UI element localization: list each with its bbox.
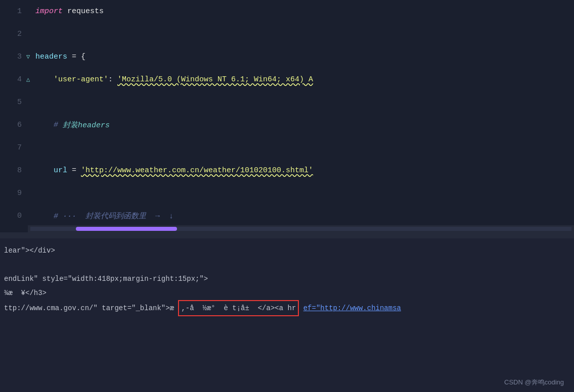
scrollbar-thumb[interactable] — [76, 227, 177, 231]
line-num-9: 9 — [0, 182, 22, 205]
html-view: lear"></div> endLink" style="width:418px… — [0, 238, 574, 392]
code-line-9 — [35, 182, 574, 205]
code-line-8: url = 'http://www.weather.com.cn/weather… — [35, 159, 574, 182]
html-line-2 — [4, 258, 574, 272]
partial-comment: # ··· 封装代码到函数里 → ↓ — [35, 211, 173, 221]
code-line-3: ▽ headers = { — [35, 45, 574, 68]
line-num-1: 1 — [0, 0, 22, 23]
code-editor: 1 2 3 4 5 6 7 8 9 0 import requests ▽ he… — [0, 0, 574, 232]
html-tag-3: endLink" style="width:418px;margin-right… — [4, 275, 208, 283]
html-link-start: ttp://www.cma.gov.cn/" target="_blank">æ — [4, 304, 178, 312]
comment-hash: # — [35, 121, 63, 129]
section-divider — [0, 232, 574, 238]
colon-sep: : — [108, 75, 117, 84]
code-line-2 — [35, 23, 574, 45]
line-num-4: 4 — [0, 68, 22, 91]
code-line-10: # ··· 封装代码到函数里 → ↓ — [35, 205, 574, 227]
string-val-useragent: 'Mozilla/5.0 (Windows NT 6.1; Win64; x64… — [117, 75, 313, 84]
html-line-5: ttp://www.cma.gov.cn/" target="_blank">æ… — [4, 300, 574, 316]
code-line-6: # 封装headers — [35, 114, 574, 136]
line-num-2: 2 — [0, 23, 22, 45]
line-num-7: 7 — [0, 136, 22, 159]
red-box-highlight: ,-å ½æ° è t¡å± </a><a hr — [178, 300, 299, 316]
watermark-text: CSDN @奔鸣coding — [504, 378, 564, 386]
fold-arrow-3[interactable]: ▽ — [26, 53, 30, 61]
module-requests: requests — [63, 7, 104, 16]
dict-key-useragent: 'user-agent' — [35, 75, 108, 84]
code-line-7 — [35, 136, 574, 159]
html-line-1: lear"></div> — [4, 243, 574, 258]
html-tag-4: ¾æ ¥</h3> — [4, 289, 47, 297]
scrollbar-track[interactable] — [30, 227, 571, 231]
code-line-1: import requests — [35, 0, 574, 23]
line-num-3: 3 — [0, 45, 22, 68]
watermark: CSDN @奔鸣coding — [504, 378, 564, 387]
red-box-content: ,-å ½æ° è t¡å± </a><a hr — [181, 304, 296, 312]
editor-horizontal-scrollbar[interactable] — [28, 225, 574, 232]
var-url: url — [35, 166, 67, 175]
html-link-continued: ef="http://www.chinamsa — [303, 304, 401, 312]
var-headers: headers — [35, 53, 67, 61]
equals-brace: = { — [67, 53, 85, 61]
html-line-4: ¾æ ¥</h3> — [4, 286, 574, 300]
comment-text-headers: 封装headers — [63, 120, 110, 130]
string-url-value: 'http://www.weather.com.cn/weather/10102… — [81, 166, 313, 175]
line-num-6: 6 — [0, 114, 22, 136]
line-num-5: 5 — [0, 91, 22, 114]
line-num-10: 0 — [0, 205, 22, 227]
line-num-8: 8 — [0, 159, 22, 182]
line-numbers: 1 2 3 4 5 6 7 8 9 0 — [0, 0, 28, 232]
code-line-5 — [35, 91, 574, 114]
html-tag-1: lear"></div> — [4, 247, 55, 255]
fold-arrow-4[interactable]: △ — [26, 76, 30, 83]
url-equals: = — [67, 166, 81, 175]
html-line-3: endLink" style="width:418px;margin-right… — [4, 272, 574, 286]
keyword-import: import — [35, 7, 63, 16]
code-content: import requests ▽ headers = { △ 'user-ag… — [28, 0, 574, 232]
code-line-4: △ 'user-agent' : 'Mozilla/5.0 (Windows N… — [35, 68, 574, 91]
